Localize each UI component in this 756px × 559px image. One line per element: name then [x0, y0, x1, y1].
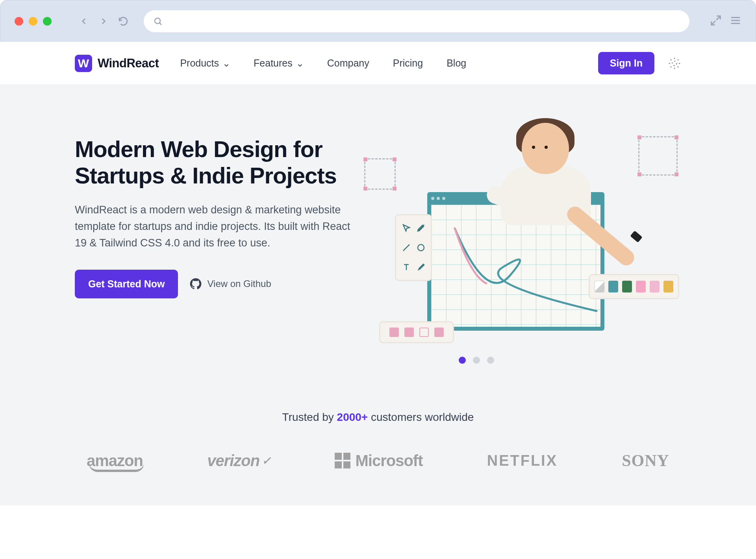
pen-tool-icon — [415, 220, 426, 236]
trusted-suffix: customers worldwide — [368, 411, 474, 423]
logo-mark: W — [75, 55, 92, 72]
address-input[interactable] — [167, 17, 680, 26]
netflix-logo: NETFLIX — [487, 452, 558, 469]
svg-line-14 — [671, 67, 671, 67]
svg-line-16 — [403, 244, 410, 251]
trusted-by-section: Trusted by 2000+ customers worldwide ama… — [75, 411, 681, 470]
sun-icon — [668, 57, 681, 70]
microsoft-squares-icon — [335, 453, 350, 468]
view-github-link[interactable]: View on Github — [190, 278, 271, 290]
trusted-count: 2000+ — [337, 411, 368, 423]
svg-line-10 — [671, 59, 671, 60]
brush-tool-icon — [415, 259, 426, 275]
nav-label: Blog — [447, 57, 466, 69]
selection-box-icon — [638, 136, 678, 176]
main-nav: Products Features Company Pricing Blog — [180, 57, 466, 69]
microsoft-logo: Microsoft — [335, 452, 422, 470]
browser-chrome — [0, 0, 756, 42]
svg-line-1 — [160, 23, 162, 25]
carousel-dot-2[interactable] — [473, 357, 480, 364]
nav-label: Products — [180, 57, 219, 69]
text-tool-icon — [401, 259, 411, 275]
window-close-button[interactable] — [15, 17, 23, 26]
chevron-down-icon — [223, 60, 230, 67]
hero-illustration — [376, 136, 675, 341]
line-tool-icon — [401, 240, 411, 255]
carousel-dot-1[interactable] — [459, 357, 466, 364]
color-palette-illustration — [589, 274, 679, 299]
shape-panel-illustration — [379, 321, 454, 343]
tool-palette-illustration — [395, 214, 432, 281]
github-icon — [190, 278, 202, 290]
search-icon — [153, 17, 163, 26]
browser-reload-button[interactable] — [116, 14, 130, 28]
pointer-tool-icon — [401, 220, 411, 236]
svg-line-15 — [678, 59, 678, 60]
browser-expand-button[interactable] — [710, 15, 722, 28]
site-header: W WindReact Products Features Company Pr… — [0, 42, 756, 85]
carousel-dot-3[interactable] — [487, 357, 494, 364]
trusted-prefix: Trusted by — [282, 411, 337, 423]
verizon-logo: verizon✓ — [207, 452, 271, 470]
browser-address-bar[interactable] — [144, 10, 689, 32]
trusted-by-text: Trusted by 2000+ customers worldwide — [75, 411, 681, 424]
nav-item-features[interactable]: Features — [254, 57, 304, 69]
brand-logos-row: amazon verizon✓ Microsoft NETFLIX SONY — [75, 451, 681, 470]
designer-character-illustration — [482, 123, 616, 257]
amazon-logo: amazon — [87, 452, 143, 470]
svg-point-17 — [418, 244, 424, 251]
hero-description: WindReact is a modern web design & marke… — [75, 202, 358, 252]
chevron-down-icon — [296, 60, 304, 67]
window-controls — [15, 17, 52, 26]
hero-title: Modern Web Design for Startups & Indie P… — [75, 136, 358, 189]
selection-box-icon — [364, 158, 396, 190]
signin-button[interactable]: Sign In — [598, 52, 654, 74]
window-maximize-button[interactable] — [43, 17, 52, 26]
nav-item-company[interactable]: Company — [327, 57, 369, 69]
browser-menu-button[interactable] — [730, 15, 741, 28]
browser-forward-button[interactable] — [96, 14, 111, 28]
sony-logo: SONY — [622, 451, 669, 470]
circle-tool-icon — [415, 240, 426, 255]
carousel-dots — [272, 357, 681, 364]
svg-point-7 — [672, 61, 676, 65]
brand-logo[interactable]: W WindReact — [75, 55, 159, 72]
github-link-label: View on Github — [207, 278, 271, 289]
nav-label: Features — [254, 57, 293, 69]
nav-label: Company — [327, 57, 369, 69]
theme-toggle-button[interactable] — [668, 57, 681, 70]
browser-back-button[interactable] — [77, 14, 91, 28]
nav-item-pricing[interactable]: Pricing — [393, 57, 423, 69]
logo-text: WindReact — [98, 56, 159, 70]
svg-line-11 — [678, 67, 678, 67]
nav-item-products[interactable]: Products — [180, 57, 230, 69]
svg-point-0 — [155, 18, 160, 24]
window-minimize-button[interactable] — [29, 17, 37, 26]
hero-section: Modern Web Design for Startups & Indie P… — [0, 85, 756, 505]
get-started-button[interactable]: Get Started Now — [75, 270, 178, 298]
nav-item-blog[interactable]: Blog — [447, 57, 466, 69]
nav-label: Pricing — [393, 57, 423, 69]
